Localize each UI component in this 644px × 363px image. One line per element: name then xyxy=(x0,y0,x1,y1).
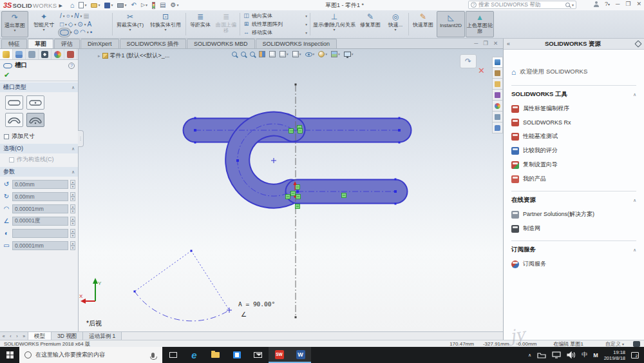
word-taskbar-button[interactable]: W xyxy=(290,347,311,363)
subscription-services-link[interactable]: 订阅服务 xyxy=(511,260,636,268)
view-orientation-icon[interactable]: ▾ xyxy=(279,51,289,57)
restore-button[interactable]: ❐ xyxy=(625,1,630,7)
my-products-link[interactable]: 我的产品 xyxy=(511,175,636,183)
search-icon[interactable] xyxy=(565,3,570,7)
prev-sheet-button[interactable]: ‹ xyxy=(10,334,11,338)
center-y-input[interactable]: 0.00mm xyxy=(12,192,68,201)
options-icon[interactable]: ⚙▾ xyxy=(171,2,179,8)
tab-inspection[interactable]: SOLIDWORKS Inspection xyxy=(256,39,337,48)
options-section-header[interactable]: 选项(O) ∧ xyxy=(0,144,78,153)
partner-solutions-link[interactable]: Partner Solutions(解决方案) xyxy=(511,210,636,219)
move-entities-button[interactable]: ↔ 移动实体▾ xyxy=(243,29,307,36)
taskbar-clock[interactable]: 19:18 2019/8/18 xyxy=(604,349,625,361)
center-x-input[interactable]: 0.00mm xyxy=(12,180,68,189)
trim-entities-button[interactable]: ✂ 剪裁实体(T) ▾ xyxy=(114,11,146,37)
appearances-tab[interactable] xyxy=(492,101,503,112)
arc-slot-fill[interactable] xyxy=(238,124,293,196)
add-dimension-checkbox[interactable] xyxy=(4,134,9,139)
tray-display-icon[interactable] xyxy=(552,351,561,358)
doc-restore-button[interactable]: ❐ xyxy=(483,40,488,46)
last-sheet-button[interactable]: » xyxy=(23,334,25,338)
point-tool-icon[interactable]: ⊙ xyxy=(73,29,79,35)
graphics-viewport[interactable]: A = 90.00° ∠ Y X ▸ 零件1 (默认<<默认>_... ▾ ▾ … xyxy=(79,49,503,331)
display-style-icon[interactable]: ▾ xyxy=(292,51,301,57)
rebuild-icon[interactable] xyxy=(152,2,155,9)
tab-dimxpert[interactable]: DimXpert xyxy=(80,39,119,48)
property-tab-builder-link[interactable]: 属性标签编制程序 xyxy=(511,104,636,113)
edit-appearance-icon[interactable]: ▾ xyxy=(318,51,327,57)
custom-properties-tab[interactable] xyxy=(492,112,503,123)
repair-sketch-button[interactable]: ✎ 修复草图 xyxy=(357,11,383,37)
doc-minimize-button[interactable]: ─ xyxy=(474,40,478,46)
file-explorer-button[interactable] xyxy=(205,347,226,363)
tray-folder-icon[interactable] xyxy=(537,351,546,358)
small-point-icon[interactable]: ▪ xyxy=(90,29,93,35)
straight-slot-button[interactable] xyxy=(5,95,23,110)
text-tool-icon[interactable]: A xyxy=(87,21,91,28)
zoom-fit-icon[interactable] xyxy=(232,52,237,57)
sheet-nav-buttons[interactable]: « ‹ › » xyxy=(0,332,28,340)
compare-score-link[interactable]: 比较我的评分 xyxy=(511,146,636,155)
panel-help-icon[interactable]: ? xyxy=(68,63,75,69)
print-icon[interactable]: ▾ xyxy=(117,3,126,8)
markup-tab[interactable] xyxy=(64,49,77,59)
line-tool-icon[interactable]: / xyxy=(60,13,62,19)
annotation-view-icon[interactable] xyxy=(269,51,276,57)
units-selector[interactable]: 自定义 xyxy=(605,340,621,348)
tab-sketch[interactable]: 草图 xyxy=(28,39,53,48)
rapid-sketch-button[interactable]: ✎ 快速草图 xyxy=(410,11,436,37)
tab-features[interactable]: 特征 xyxy=(1,39,27,48)
first-sheet-button[interactable]: « xyxy=(3,334,5,338)
forum-tab[interactable] xyxy=(492,123,503,133)
taskbar-search-box[interactable]: 在这里输入你要搜索的内容 xyxy=(19,347,162,363)
centerpoint-slot-button[interactable] xyxy=(26,95,44,110)
appearance-tab[interactable] xyxy=(52,49,64,59)
linear-pattern-button[interactable]: ⊞ 线性草图阵列▾ xyxy=(243,21,307,28)
undo-icon[interactable]: ↶ xyxy=(131,2,137,8)
hidden-icons-chevron[interactable]: ∧ xyxy=(528,353,531,358)
arc-slot-button[interactable] xyxy=(5,113,23,127)
breadcrumb-expand-icon[interactable]: ▸ xyxy=(98,54,100,59)
view-palette-tab[interactable] xyxy=(492,90,503,101)
tray-volume-icon[interactable] xyxy=(567,351,576,358)
copy-settings-link[interactable]: 复制设置向导 xyxy=(511,161,636,169)
confirmation-corner-exit-sketch[interactable]: ↷ xyxy=(460,54,477,68)
quick-snaps-button[interactable]: ◎ 快速... ▾ xyxy=(384,11,407,37)
help-menu[interactable]: ?▾ xyxy=(605,1,610,7)
convert-entities-button[interactable]: ⊡ 转换实体引用 ▾ xyxy=(147,11,184,37)
tab-evaluate[interactable]: 评估 xyxy=(54,39,80,48)
help-search-box[interactable]: ? 搜索 SOLIDWORKS 帮助 ▾ xyxy=(468,1,576,9)
home-icon[interactable]: ⌂ xyxy=(70,2,75,9)
dimxpert-tab[interactable] xyxy=(39,49,52,59)
3d-views-tab[interactable]: 3D 视图 xyxy=(52,332,83,340)
exit-sketch-button[interactable]: ↷ 退出草图 ▾ xyxy=(1,11,28,37)
welcome-link[interactable]: ⌂ 欢迎使用 SOLIDWORKS xyxy=(511,68,636,76)
doc-close-button[interactable]: ✕ xyxy=(493,40,498,46)
open-icon[interactable]: ▾ xyxy=(91,3,100,8)
add-dimension-checkbox-row[interactable]: 添加尺寸 xyxy=(0,130,78,142)
hide-show-items-icon[interactable]: ▾ xyxy=(305,52,315,57)
next-sheet-button[interactable]: › xyxy=(16,334,17,338)
rectangle-tool-icon[interactable]: □ xyxy=(60,21,64,28)
arc-tool-icon[interactable]: ◠ xyxy=(80,29,86,35)
display-relations-button[interactable]: ⊥ 显示/删除几何关系 ▾ xyxy=(312,11,357,37)
previous-view-icon[interactable] xyxy=(250,52,255,57)
edge-button[interactable]: e xyxy=(184,347,205,363)
feature-tree-tab[interactable] xyxy=(13,49,26,59)
units-caret-icon[interactable]: ▾ xyxy=(622,342,624,346)
motion-study-tab[interactable]: 运动算例 1 xyxy=(83,332,122,340)
tools-section-header[interactable]: SOLIDWORKS 工具 ∧ xyxy=(511,90,636,99)
minimize-button[interactable]: ─ xyxy=(616,1,620,7)
circle-tool-icon[interactable]: ○ xyxy=(66,13,70,19)
manufacturing-network-link[interactable]: 制造网 xyxy=(511,224,636,233)
solidworks-rx-link[interactable]: SOLIDWORKS Rx xyxy=(511,119,636,126)
shaded-contours-button[interactable]: ▲ 上色草图轮廓 xyxy=(466,11,494,37)
arc-center-point[interactable] xyxy=(271,158,276,163)
zoom-area-icon[interactable] xyxy=(241,52,246,57)
slot-tool-icon-active[interactable] xyxy=(60,30,69,35)
mirror-entities-button[interactable]: ◫ 镜向实体▾ xyxy=(243,12,307,19)
apply-scene-icon[interactable]: ▾ xyxy=(331,51,340,57)
select-icon[interactable]: ▷▾ xyxy=(141,3,147,8)
menu-expand-icon[interactable]: ▶ xyxy=(59,3,62,8)
slot-width-input[interactable] xyxy=(12,229,68,238)
